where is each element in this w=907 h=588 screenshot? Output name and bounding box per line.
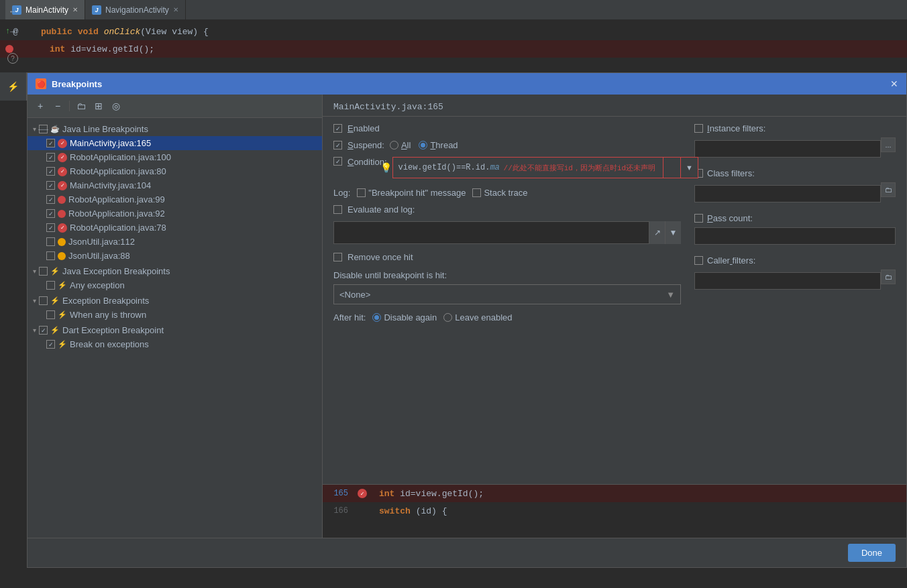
dialog-close-button[interactable]: ✕: [890, 78, 898, 89]
instance-filters-input[interactable]: [694, 140, 881, 158]
bp-mainactivity-165-checkbox[interactable]: [46, 139, 55, 148]
bp-jsonutil-112-checkbox[interactable]: [46, 237, 55, 246]
class-filters-btn[interactable]: 🗀: [881, 182, 896, 197]
bp-robotapp-78[interactable]: RobotApplication.java:78: [28, 221, 322, 235]
suspend-thread-radio[interactable]: [419, 141, 427, 150]
group-button[interactable]: ⊞: [91, 99, 106, 113]
java-line-group-checkbox[interactable]: —: [39, 125, 48, 133]
remove-once-hit-checkbox[interactable]: [333, 253, 342, 261]
bp-when-any-thrown[interactable]: ⚡ When any is thrown: [28, 308, 322, 322]
bp-any-exception[interactable]: ⚡ Any exception: [28, 278, 322, 292]
suspend-all-label: All: [401, 140, 411, 150]
pass-count-input[interactable]: [694, 227, 896, 245]
bp-robotapp-80-checkbox[interactable]: [46, 167, 55, 176]
bp-mainactivity-165[interactable]: MainActivity.java:165: [28, 136, 322, 150]
arrow-right-btn[interactable]: →: [4, 23, 21, 40]
java-icon: ☕: [50, 125, 60, 133]
caller-filters-input[interactable]: [694, 272, 881, 290]
instance-filters-btn[interactable]: ...: [881, 137, 896, 152]
enabled-label: Enabled: [348, 123, 380, 133]
bp-jsonutil-88[interactable]: JsonUtil.java:88: [28, 249, 322, 263]
tab-main-label: MainActivity: [25, 5, 68, 15]
tab-navigationactivity[interactable]: J NavigationActivity ✕: [85, 0, 186, 19]
arrow-left-btn[interactable]: ←: [4, 3, 21, 20]
bp-robotapp-92[interactable]: RobotApplication.java:92: [28, 207, 322, 221]
log-stack-trace-checkbox[interactable]: [472, 188, 481, 197]
after-hit-leave-enabled[interactable]: Leave enabled: [443, 312, 512, 322]
bp-jsonutil-88-checkbox[interactable]: [46, 251, 55, 260]
condition-expand-btn[interactable]: ▼: [682, 158, 698, 178]
caller-filters-btn[interactable]: 🗀: [881, 270, 896, 284]
disable-until-dropdown[interactable]: <None> ▼: [333, 284, 681, 304]
bp-robotapp-92-checkbox[interactable]: [46, 209, 55, 218]
log-hit-checkbox[interactable]: [357, 188, 366, 197]
dialog-icon: 🔴: [36, 78, 46, 89]
condition-checkbox[interactable]: [333, 157, 342, 166]
after-hit-disable-radio[interactable]: [372, 313, 381, 322]
bp-any-exception-label: Any exception: [70, 280, 125, 290]
code-preview-line-166: 166 switch (id) {: [323, 502, 906, 520]
exception-bp-header[interactable]: ▾ ⚡ Exception Breakpoints: [28, 294, 322, 308]
bp-mainactivity-104-checkbox[interactable]: [46, 181, 55, 190]
caller-filters-label: Caller filters:: [707, 255, 755, 266]
log-hit-message-area: "Breakpoint hit" message: [357, 188, 466, 198]
bp-break-exceptions-label: Break on exceptions: [70, 339, 149, 349]
java-exception-group-checkbox[interactable]: [39, 267, 48, 276]
bp-jsonutil-112-label: JsonUtil.java:112: [68, 237, 135, 247]
evaluate-expand-btn[interactable]: ↗: [649, 221, 665, 244]
tab-nav-close[interactable]: ✕: [173, 6, 178, 13]
suspend-thread-option[interactable]: Thread: [419, 140, 458, 150]
tab-main-close[interactable]: ✕: [72, 6, 78, 13]
caller-filters-checkbox[interactable]: [694, 256, 703, 265]
dart-exception-header[interactable]: ▾ ⚡ Dart Exception Breakpoint: [28, 323, 322, 337]
bp-any-exception-checkbox[interactable]: [46, 281, 55, 290]
bp-robotapp-99[interactable]: RobotApplication.java:99: [28, 192, 322, 207]
done-button[interactable]: Done: [848, 544, 896, 562]
suspend-all-option[interactable]: All: [390, 140, 411, 150]
evaluate-checkbox[interactable]: [333, 205, 342, 214]
bp-robotapp-99-checkbox[interactable]: [46, 195, 55, 204]
bp-jsonutil-88-icon: [58, 252, 66, 260]
suspend-all-radio[interactable]: [390, 141, 398, 150]
disable-until-dropdown-wrapper: <None> ▼: [333, 284, 681, 304]
after-hit-disable-again[interactable]: Disable again: [372, 312, 437, 322]
bp-break-exceptions-checkbox[interactable]: [46, 340, 55, 349]
java-line-group-label: Java Line Breakpoints: [62, 124, 148, 134]
refresh-button[interactable]: ◎: [109, 99, 123, 113]
bp-robotapp-78-label: RobotApplication.java:78: [70, 223, 166, 233]
add-breakpoint-button[interactable]: +: [33, 99, 48, 113]
bp-robotapp-100-checkbox[interactable]: [46, 153, 55, 162]
question-btn[interactable]: ?: [4, 50, 21, 67]
bp-mainactivity-104[interactable]: MainActivity.java:104: [28, 178, 322, 192]
bp-robotapp-99-icon: [58, 196, 66, 204]
code-165-text: int id=view.getId();: [368, 489, 484, 499]
bp-robotapp-80[interactable]: RobotApplication.java:80: [28, 164, 322, 178]
bp-jsonutil-88-label: JsonUtil.java:88: [68, 251, 130, 261]
suspend-checkbox[interactable]: [333, 141, 342, 150]
bp-break-on-exceptions[interactable]: ⚡ Break on exceptions: [28, 337, 322, 351]
pass-count-row: Pass count:: [694, 213, 896, 223]
class-filters-input[interactable]: [694, 185, 881, 202]
bp-robotapp-78-checkbox[interactable]: [46, 223, 55, 232]
java-line-breakpoints-header[interactable]: ▾ — ☕ Java Line Breakpoints: [28, 122, 322, 136]
instance-filters-label: Instance filters:: [707, 123, 765, 133]
bp-robotapp-100[interactable]: RobotApplication.java:100: [28, 150, 322, 164]
bp-when-any-checkbox[interactable]: [46, 310, 55, 319]
pass-count-checkbox[interactable]: [694, 214, 703, 223]
evaluate-input[interactable]: [333, 221, 681, 244]
exception-bp-group-checkbox[interactable]: [39, 296, 48, 305]
after-hit-leave-radio[interactable]: [443, 313, 452, 322]
enabled-checkbox[interactable]: [333, 124, 342, 133]
code-preview-line-165: 165 int id=view.getId();: [323, 485, 906, 502]
folder-button[interactable]: 🗀: [74, 99, 89, 113]
filter-side-btn[interactable]: ⚡: [5, 78, 22, 95]
bp-mainactivity-165-icon: [58, 139, 67, 148]
instance-filters-checkbox[interactable]: [694, 124, 703, 133]
bp-jsonutil-112[interactable]: JsonUtil.java:112: [28, 235, 322, 249]
left-arrow-icon: ←: [9, 7, 17, 16]
remove-breakpoint-button[interactable]: −: [50, 99, 65, 113]
evaluate-dropdown-btn[interactable]: ▼: [665, 221, 681, 244]
bp-robotapp-92-icon: [58, 210, 66, 218]
java-exception-header[interactable]: ▾ ⚡ Java Exception Breakpoints: [28, 264, 322, 278]
dart-exception-group-checkbox[interactable]: [39, 326, 48, 335]
